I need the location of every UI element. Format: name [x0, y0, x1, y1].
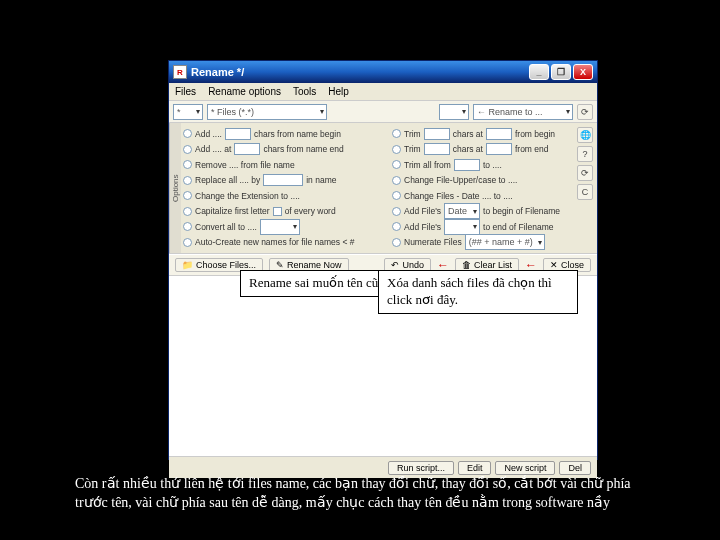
radio-autocreate[interactable] — [183, 238, 192, 247]
trim-from-input[interactable] — [454, 159, 480, 171]
reload-icon[interactable]: ⟳ — [577, 165, 593, 181]
addfile-combo2[interactable] — [444, 219, 480, 235]
options-panel: Options Add ....chars from name begin Ad… — [169, 123, 597, 254]
close-x-icon: ✕ — [550, 260, 558, 270]
maximize-button[interactable]: ❐ — [551, 64, 571, 80]
menu-rename-options[interactable]: Rename options — [208, 86, 281, 97]
titlebar: R Rename */ _ ❐ X — [169, 61, 597, 83]
every-word-check[interactable] — [273, 207, 282, 216]
radio-remove[interactable] — [183, 160, 192, 169]
del-script-button[interactable]: Del — [559, 461, 591, 475]
opt-label: Add .... — [195, 129, 222, 139]
radio-case[interactable] — [392, 176, 401, 185]
app-icon: R — [173, 65, 187, 79]
menu-tools[interactable]: Tools — [293, 86, 316, 97]
radio-add[interactable] — [183, 129, 192, 138]
addfile-combo1[interactable]: Date — [444, 203, 480, 219]
opt-sub: of every word — [285, 206, 336, 216]
convert-combo[interactable] — [260, 219, 300, 235]
opt-label: Change Files - Date .... to .... — [404, 191, 513, 201]
opt-label: Capitalize first letter — [195, 206, 270, 216]
slide-caption: Còn rất nhiều thứ liên hệ tới files name… — [75, 475, 655, 513]
app-window: R Rename */ _ ❐ X Files Rename options T… — [168, 60, 598, 460]
window-controls: _ ❐ X — [529, 64, 593, 80]
radio-convert[interactable] — [183, 222, 192, 231]
rename-now-label: Rename Now — [287, 260, 342, 270]
filter-type-combo[interactable]: * — [173, 104, 203, 120]
help-icon[interactable]: ? — [577, 146, 593, 162]
opt-label: Numerate Files — [404, 237, 462, 247]
opt-label: Trim all from — [404, 160, 451, 170]
rename-icon: ✎ — [276, 260, 284, 270]
opt-sub: chars at — [453, 144, 483, 154]
trim-input2[interactable] — [424, 143, 450, 155]
opt-sub: to .... — [483, 160, 502, 170]
rename-type-combo[interactable] — [439, 104, 469, 120]
radio-ext[interactable] — [183, 191, 192, 200]
radio-addfile2[interactable] — [392, 222, 401, 231]
opt-label: Add .... at — [195, 144, 231, 154]
filter-row: * * Files (*.*) ← Rename to ... ⟳ — [169, 101, 597, 123]
trim-input1[interactable] — [424, 128, 450, 140]
opt-label: Add File's — [404, 206, 441, 216]
rename-to-combo[interactable]: ← Rename to ... — [473, 104, 573, 120]
radio-trim-all[interactable] — [392, 160, 401, 169]
opt-sub: chars from name begin — [254, 129, 341, 139]
undo-label: Undo — [402, 260, 424, 270]
radio-addfile1[interactable] — [392, 207, 401, 216]
opt-sub: from begin — [515, 129, 555, 139]
radio-trim1[interactable] — [392, 129, 401, 138]
menu-files[interactable]: Files — [175, 86, 196, 97]
opt-sub: to end of Filename — [483, 222, 553, 232]
radio-numerate[interactable] — [392, 238, 401, 247]
opt-label: Change the Extension to .... — [195, 191, 300, 201]
opt-label: Change File-Upper/case to .... — [404, 175, 517, 185]
opt-sub: in name — [306, 175, 336, 185]
menu-help[interactable]: Help — [328, 86, 349, 97]
refresh-icon[interactable]: ⟳ — [577, 104, 593, 120]
options-left-column: Add ....chars from name begin Add .... a… — [183, 127, 386, 249]
opt-label: Replace all .... by — [195, 175, 260, 185]
callout-clear: Xóa danh sách files đã chọn thì click nơ… — [378, 270, 578, 314]
replace-input[interactable] — [263, 174, 303, 186]
opt-sub: from end — [515, 144, 549, 154]
options-right-column: Trimchars atfrom begin Trimchars atfrom … — [392, 127, 595, 249]
radio-date[interactable] — [392, 191, 401, 200]
opt-label: Auto-Create new names for file names < # — [195, 237, 354, 247]
side-toolbar: 🌐 ? ⟳ C — [577, 127, 595, 200]
clear-label: Clear List — [474, 260, 512, 270]
opt-label: Convert all to .... — [195, 222, 257, 232]
close-button[interactable]: X — [573, 64, 593, 80]
choose-files-label: Choose Files... — [196, 260, 256, 270]
opt-label: Trim — [404, 144, 421, 154]
window-title: Rename */ — [191, 66, 529, 78]
file-filter-combo[interactable]: * Files (*.*) — [207, 104, 327, 120]
menubar: Files Rename options Tools Help — [169, 83, 597, 101]
edit-script-button[interactable]: Edit — [458, 461, 492, 475]
opt-sub: chars at — [453, 129, 483, 139]
new-script-button[interactable]: New script — [495, 461, 555, 475]
c-button[interactable]: C — [577, 184, 593, 200]
add-count-input[interactable] — [225, 128, 251, 140]
options-tab-label: Options — [169, 123, 181, 253]
radio-replace[interactable] — [183, 176, 192, 185]
minimize-button[interactable]: _ — [529, 64, 549, 80]
run-script-button[interactable]: Run script... — [388, 461, 454, 475]
close-action-label: Close — [561, 260, 584, 270]
add-at-input[interactable] — [234, 143, 260, 155]
clear-icon: 🗑 — [462, 260, 471, 270]
web-icon[interactable]: 🌐 — [577, 127, 593, 143]
opt-label: Remove .... from file name — [195, 160, 295, 170]
opt-label: Add File's — [404, 222, 441, 232]
trim-pos1[interactable] — [486, 128, 512, 140]
trim-pos2[interactable] — [486, 143, 512, 155]
radio-add-at[interactable] — [183, 145, 192, 154]
radio-capitalize[interactable] — [183, 207, 192, 216]
opt-sub: to begin of Filename — [483, 206, 560, 216]
folder-icon: 📁 — [182, 260, 193, 270]
radio-trim2[interactable] — [392, 145, 401, 154]
opt-sub: chars from name end — [263, 144, 343, 154]
opt-label: Trim — [404, 129, 421, 139]
undo-icon: ↶ — [391, 260, 399, 270]
numerate-combo[interactable]: (## + name + #) — [465, 234, 545, 250]
